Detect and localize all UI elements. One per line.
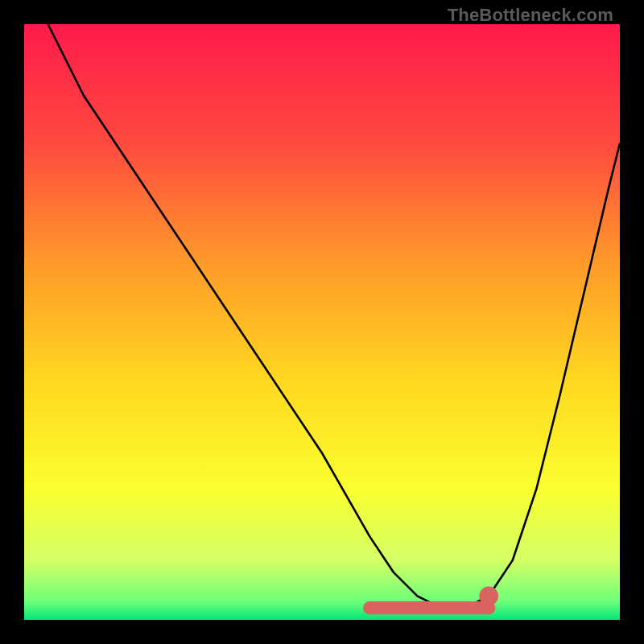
bottleneck-chart <box>24 24 620 620</box>
plateau-end-dot <box>479 587 498 606</box>
chart-frame <box>24 24 620 620</box>
watermark-text: TheBottleneck.com <box>448 5 613 26</box>
gradient-background <box>24 24 620 620</box>
